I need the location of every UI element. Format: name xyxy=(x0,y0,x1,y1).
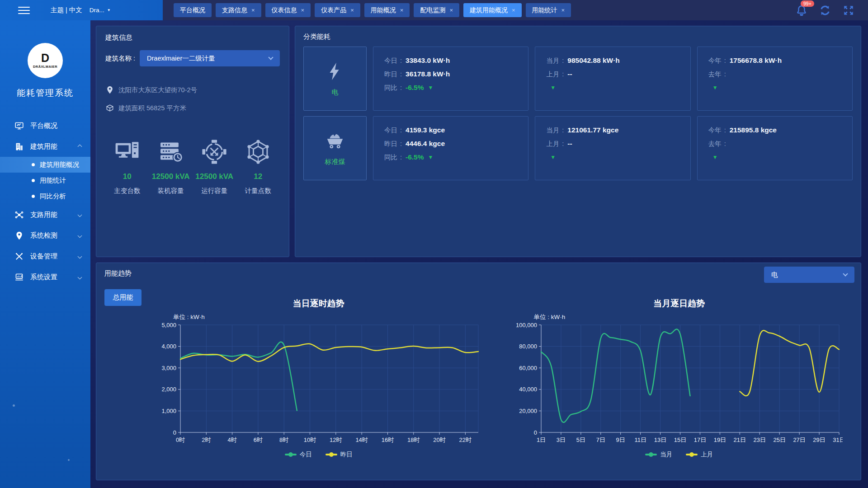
chart-legend: 今日昨日 xyxy=(150,450,488,459)
svg-text:11日: 11日 xyxy=(634,436,646,443)
topbar-icons: 99+ xyxy=(796,5,854,16)
sidebar-item-设备管理[interactable]: 设备管理 xyxy=(0,246,90,267)
tab-label: 用能概况 xyxy=(371,6,396,14)
stat-value: 12 xyxy=(236,172,280,181)
sidebar-item-label: 系统设置 xyxy=(30,273,57,282)
total-energy-button[interactable]: 总用能 xyxy=(104,289,142,306)
legend-item-当月[interactable]: 当月 xyxy=(645,450,672,459)
tab-用能概况[interactable]: 用能概况× xyxy=(364,3,410,17)
sidebar-subitem-同比分析[interactable]: 同比分析 xyxy=(0,188,90,204)
sidebar-item-支路用能[interactable]: 支路用能 xyxy=(0,204,90,225)
svg-text:5,000: 5,000 xyxy=(161,322,176,328)
colon: : xyxy=(400,140,402,147)
building-info-panel: 建筑信息 建筑名称 : Draexlmaier一二级计量 沈阳市大东区大望街70… xyxy=(96,26,289,257)
colon: : xyxy=(562,140,564,147)
tab-bar: 平台概况支路信息×仪表信息×仪表产品×用能概况×配电监测×建筑用能概况×用能统计… xyxy=(174,3,571,17)
svg-text:2,000: 2,000 xyxy=(161,386,176,393)
stat-label: 今年 xyxy=(708,56,722,65)
stat-label: 昨日 xyxy=(384,70,397,79)
energy-stat-card: 今年:215895.8 kgce去年:▼ xyxy=(697,116,853,180)
tab-close-icon[interactable]: × xyxy=(512,7,515,13)
colon: : xyxy=(724,57,726,64)
tab-close-icon[interactable]: × xyxy=(301,7,305,13)
tab-用能统计[interactable]: 用能统计× xyxy=(526,3,571,17)
energy-stat-line: 昨日:4446.4 kgce xyxy=(384,137,517,150)
category-energy-panel: 分类能耗 电今日:33843.0 kW·h昨日:36178.8 kW·h同比:-… xyxy=(295,26,861,257)
legend-marker-icon xyxy=(326,452,337,457)
legend-item-昨日[interactable]: 昨日 xyxy=(326,450,353,459)
chart-unit-label: 单位 : kW·h xyxy=(534,313,849,321)
tab-平台概况[interactable]: 平台概况 xyxy=(174,3,212,17)
svg-text:3,000: 3,000 xyxy=(161,365,176,371)
colon: : xyxy=(724,70,726,78)
energy-row-电: 电今日:33843.0 kW·h昨日:36178.8 kW·h同比:-6.5%▼… xyxy=(303,47,853,111)
series-line-当月 xyxy=(541,329,690,422)
svg-text:12时: 12时 xyxy=(330,436,342,443)
stat-label: 去年 xyxy=(708,70,722,79)
refresh-icon[interactable] xyxy=(819,5,831,16)
fullscreen-icon[interactable] xyxy=(843,5,854,16)
stat-label: 今日 xyxy=(384,126,397,135)
svg-text:18时: 18时 xyxy=(407,436,420,443)
hamburger-menu-icon[interactable] xyxy=(18,5,30,16)
svg-text:16时: 16时 xyxy=(382,436,394,443)
energy-stat-card: 当月:121061.77 kgce上月:--▼ xyxy=(535,116,690,180)
stat-value: -6.5% xyxy=(406,153,424,161)
theme-language-switch[interactable]: 主题 | 中文 xyxy=(51,6,82,14)
tab-仪表信息[interactable]: 仪表信息× xyxy=(265,3,311,17)
svg-text:14时: 14时 xyxy=(355,436,368,443)
colon: : xyxy=(400,84,402,91)
chevron-down-icon xyxy=(78,233,82,238)
tab-配电监测[interactable]: 配电监测× xyxy=(414,3,459,17)
location-pin-icon xyxy=(105,85,114,94)
sidebar-item-系统检测[interactable]: 系统检测 xyxy=(0,225,90,246)
stat-label: 同比 xyxy=(384,84,397,92)
user-menu[interactable]: Dra... ▼ xyxy=(90,7,111,14)
colon: : xyxy=(400,70,402,78)
building-name-select[interactable]: Draexlmaier一二级计量 xyxy=(140,50,280,66)
sidebar-subitem-建筑用能概况[interactable]: 建筑用能概况 xyxy=(0,157,90,173)
legend-item-上月[interactable]: 上月 xyxy=(686,450,713,459)
notification-bell-icon[interactable]: 99+ xyxy=(796,5,807,16)
energy-type-dropdown[interactable]: 电 xyxy=(764,267,854,283)
energy-trend-panel: 用能趋势 电 总用能 当日逐时趋势 单位 : kW·h 01,0002,0003… xyxy=(96,263,861,480)
stat-value: -- xyxy=(567,140,572,148)
sidebar-item-label: 建筑用能 xyxy=(30,142,57,151)
tab-close-icon[interactable]: × xyxy=(561,7,565,13)
svg-text:8时: 8时 xyxy=(279,436,288,443)
line-chart-svg: 020,00040,00060,00080,000100,0001日3日5日7日… xyxy=(510,322,843,447)
building-stat-装机容量: 12500 kVA装机容量 xyxy=(149,139,193,195)
logo-text: DRÄXLMAIER xyxy=(33,65,57,69)
tab-close-icon[interactable]: × xyxy=(251,7,255,13)
settings-icon xyxy=(14,272,24,282)
monitor-icon xyxy=(14,121,24,131)
sidebar: D DRÄXLMAIER 能耗管理系统 平台概况建筑用能建筑用能概况用能统计同比… xyxy=(0,20,90,488)
tab-仪表产品[interactable]: 仪表产品× xyxy=(315,3,360,17)
tab-建筑用能概况[interactable]: 建筑用能概况× xyxy=(463,3,522,17)
stat-value: 215895.8 kgce xyxy=(730,126,777,134)
stat-label: 同比 xyxy=(384,153,397,162)
legend-item-今日[interactable]: 今日 xyxy=(285,450,312,459)
energy-stat-card: 今年:1756678.8 kW·h去年:▼ xyxy=(697,47,853,111)
energy-type-label: 标准煤 xyxy=(325,158,345,166)
tab-支路信息[interactable]: 支路信息× xyxy=(216,3,261,17)
topbar: 主题 | 中文 Dra... ▼ 平台概况支路信息×仪表信息×仪表产品×用能概况… xyxy=(0,0,868,20)
sidebar-item-建筑用能[interactable]: 建筑用能 xyxy=(0,136,90,157)
sidebar-subitem-用能统计[interactable]: 用能统计 xyxy=(0,173,90,188)
sidebar-item-系统设置[interactable]: 系统设置 xyxy=(0,267,90,287)
main-content: 建筑信息 建筑名称 : Draexlmaier一二级计量 沈阳市大东区大望街70… xyxy=(90,20,868,488)
energy-stat-line: ▼ xyxy=(708,81,841,94)
svg-text:15日: 15日 xyxy=(674,436,686,443)
sidebar-item-平台概况[interactable]: 平台概况 xyxy=(0,115,90,136)
svg-text:40,000: 40,000 xyxy=(519,386,537,393)
energy-stat-line: ▼ xyxy=(546,150,679,164)
logo-letter: D xyxy=(41,52,49,64)
svg-text:9日: 9日 xyxy=(616,436,625,443)
tab-close-icon[interactable]: × xyxy=(449,7,453,13)
energy-stat-line: 当月:985042.88 kW·h xyxy=(546,54,679,67)
chevron-up-icon xyxy=(78,144,82,149)
tab-close-icon[interactable]: × xyxy=(350,7,354,13)
tab-close-icon[interactable]: × xyxy=(400,7,404,13)
svg-text:0: 0 xyxy=(173,429,176,436)
hourly-trend-chart: 当日逐时趋势 单位 : kW·h 01,0002,0003,0004,0005,… xyxy=(150,298,488,459)
